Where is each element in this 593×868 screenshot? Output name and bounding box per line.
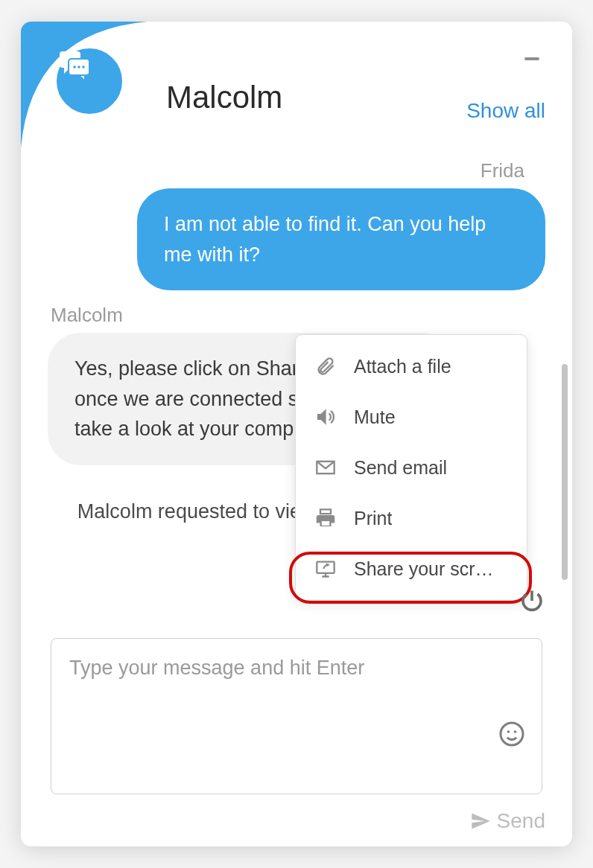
menu-label: Print — [354, 508, 392, 529]
message-input[interactable]: Type your message and hit Enter — [51, 638, 542, 794]
sender-name-out: Frida — [48, 159, 524, 182]
scrollbar-thumb[interactable] — [562, 364, 568, 580]
printer-icon — [314, 506, 337, 530]
chat-title: Malcolm — [166, 80, 282, 115]
chat-window: Malcolm Show all Frida I am not able to … — [21, 22, 572, 846]
input-placeholder: Type your message and hit Enter — [69, 657, 364, 680]
power-button[interactable] — [519, 587, 545, 614]
menu-label: Send email — [354, 457, 447, 479]
svg-point-10 — [514, 730, 517, 733]
svg-rect-7 — [317, 562, 334, 573]
menu-send-email[interactable]: Send email — [296, 442, 527, 493]
share-screen-icon — [314, 557, 337, 581]
envelope-icon — [314, 456, 337, 479]
svg-rect-6 — [321, 521, 330, 526]
chat-header: Malcolm Show all — [21, 22, 572, 133]
paperclip-icon — [314, 354, 337, 378]
menu-share-screen[interactable]: Share your scr… — [296, 543, 527, 594]
menu-attach-file[interactable]: Attach a file — [296, 341, 527, 392]
menu-print[interactable]: Print — [296, 493, 527, 543]
show-all-link[interactable]: Show all — [466, 99, 545, 123]
actions-menu: Attach a file Mute Send email Print Shar… — [295, 334, 527, 601]
menu-label: Mute — [354, 406, 396, 428]
svg-point-8 — [501, 723, 523, 745]
menu-label: Share your scr… — [354, 558, 494, 580]
menu-mute[interactable]: Mute — [296, 392, 527, 442]
emoji-button[interactable] — [498, 721, 525, 747]
menu-label: Attach a file — [354, 356, 451, 377]
svg-point-9 — [507, 730, 510, 733]
send-label: Send — [497, 809, 545, 833]
message-out: I am not able to find it. Can you help m… — [137, 188, 545, 290]
minimize-button[interactable] — [524, 57, 539, 60]
speaker-icon — [314, 405, 337, 429]
sender-name-in: Malcolm — [51, 304, 545, 327]
send-button[interactable]: Send — [470, 809, 545, 833]
